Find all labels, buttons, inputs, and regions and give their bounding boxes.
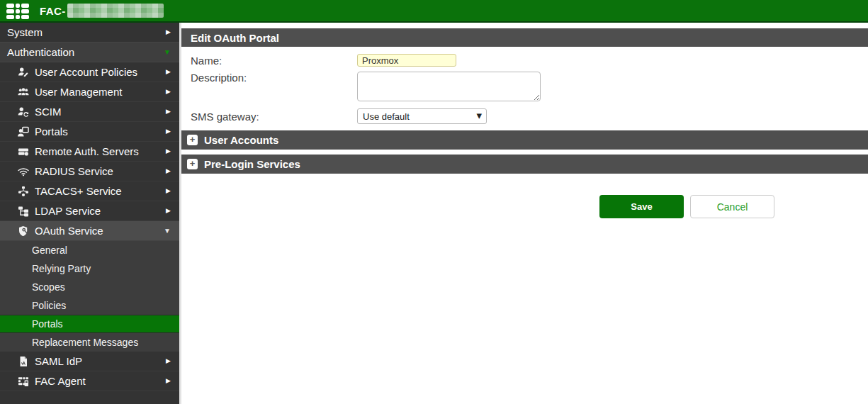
oauth-portal-form: Name: Description: SMS gateway: Use defa… bbox=[181, 54, 868, 124]
chevron-right-icon bbox=[166, 378, 171, 384]
sidebar-item-tacacs-service[interactable]: TACACS+ Service bbox=[0, 181, 179, 201]
sidebar-item-label: Remote Auth. Servers bbox=[35, 145, 166, 157]
sidebar-item-label: TACACS+ Service bbox=[35, 185, 166, 197]
chevron-right-icon bbox=[166, 208, 171, 214]
section-label: Pre-Login Services bbox=[204, 158, 300, 170]
sidebar-item-remote-auth-servers[interactable]: Remote Auth. Servers bbox=[0, 142, 179, 162]
expand-plus-icon[interactable] bbox=[187, 159, 198, 169]
sidebar-subitem-policies[interactable]: Policies bbox=[0, 296, 179, 315]
page-title: Edit OAuth Portal bbox=[191, 32, 279, 44]
section-user-accounts[interactable]: User Accounts bbox=[181, 130, 868, 150]
sidebar-subitem-portals[interactable]: Portals bbox=[0, 315, 179, 333]
name-label: Name: bbox=[191, 55, 357, 67]
sidebar-item-label: Relying Party bbox=[32, 263, 91, 274]
sidebar-item-label: OAuth Service bbox=[35, 225, 164, 237]
chevron-right-icon bbox=[166, 128, 171, 135]
chevron-right-icon bbox=[166, 148, 171, 155]
sidebar-item-label: SAML IdP bbox=[35, 355, 166, 367]
user-portal-icon bbox=[18, 126, 30, 138]
grid-agent-icon bbox=[18, 376, 30, 387]
user-policies-icon bbox=[18, 67, 30, 78]
sidebar-item-user-account-policies[interactable]: User Account Policies bbox=[0, 62, 179, 82]
sidebar-item-label: Authentication bbox=[7, 46, 164, 58]
sidebar-item-user-management[interactable]: User Management bbox=[0, 82, 179, 102]
section-label: User Accounts bbox=[204, 134, 278, 146]
users-icon bbox=[18, 86, 30, 98]
sidebar-item-label: Policies bbox=[32, 300, 66, 311]
chevron-right-icon bbox=[166, 89, 171, 95]
topbar: FAC- bbox=[0, 0, 868, 23]
name-row: Name: bbox=[191, 54, 868, 67]
sidebar-item-label: FAC Agent bbox=[35, 375, 166, 387]
chevron-right-icon bbox=[166, 29, 171, 35]
sidebar-item-label: User Management bbox=[35, 86, 166, 98]
main-content: Edit OAuth Portal Name: Description: SMS… bbox=[181, 23, 868, 404]
chevron-right-icon bbox=[166, 188, 171, 194]
shield-key-icon bbox=[18, 225, 30, 237]
sidebar-item-label: User Account Policies bbox=[35, 66, 166, 78]
description-textarea[interactable] bbox=[357, 72, 541, 101]
sidebar-item-label: Replacement Messages bbox=[32, 337, 138, 348]
description-label: Description: bbox=[191, 72, 357, 84]
sidebar-item-scim[interactable]: SCIM bbox=[0, 102, 179, 122]
sidebar-subitem-relying-party[interactable]: Relying Party bbox=[0, 259, 179, 278]
sidebar-subitem-replacement-messages[interactable]: Replacement Messages bbox=[0, 333, 179, 352]
save-button[interactable]: Save bbox=[599, 195, 684, 218]
chevron-down-icon bbox=[164, 228, 171, 235]
sidebar-item-portals[interactable]: Portals bbox=[0, 122, 179, 142]
sidebar-item-label: System bbox=[7, 26, 166, 38]
hierarchy-icon bbox=[18, 206, 30, 217]
expand-plus-icon[interactable] bbox=[187, 135, 198, 145]
sms-gateway-select-wrap: Use default bbox=[357, 108, 487, 124]
wifi-icon bbox=[18, 166, 30, 177]
sidebar-item-label: Portals bbox=[35, 125, 166, 138]
form-actions: Save Cancel bbox=[599, 195, 868, 218]
sidebar-item-label: Scopes bbox=[32, 281, 65, 293]
description-row: Description: bbox=[191, 72, 868, 101]
sidebar-item-authentication[interactable]: Authentication bbox=[0, 43, 179, 62]
page-title-bar: Edit OAuth Portal bbox=[181, 28, 868, 47]
sidebar-item-label: Portals bbox=[32, 318, 63, 330]
fortinet-logo-icon bbox=[6, 4, 29, 19]
chevron-right-icon bbox=[166, 358, 171, 364]
chevron-right-icon bbox=[166, 69, 171, 75]
chevron-right-icon bbox=[166, 108, 171, 115]
sidebar-subitem-scopes[interactable]: Scopes bbox=[0, 278, 179, 296]
user-sync-icon bbox=[18, 106, 30, 118]
section-pre-login-services[interactable]: Pre-Login Services bbox=[181, 155, 868, 174]
server-icon bbox=[18, 146, 30, 157]
sidebar-item-label: General bbox=[32, 245, 67, 256]
sidebar-filler bbox=[0, 391, 179, 397]
sms-gateway-select[interactable]: Use default bbox=[357, 108, 487, 124]
cancel-button[interactable]: Cancel bbox=[690, 195, 774, 218]
sidebar-item-oauth-service[interactable]: OAuth Service bbox=[0, 221, 179, 241]
sidebar-item-system[interactable]: System bbox=[0, 23, 179, 43]
sidebar-item-label: LDAP Service bbox=[35, 205, 166, 217]
sidebar-item-radius-service[interactable]: RADIUS Service bbox=[0, 162, 179, 181]
sms-gateway-label: SMS gateway: bbox=[191, 111, 357, 123]
sidebar-item-label: SCIM bbox=[35, 106, 166, 118]
sidebar-subitem-general[interactable]: General bbox=[0, 241, 179, 259]
sms-gateway-row: SMS gateway: Use default bbox=[191, 108, 868, 124]
sidebar-item-fac-agent[interactable]: FAC Agent bbox=[0, 371, 179, 391]
document-icon bbox=[18, 356, 30, 367]
chevron-right-icon bbox=[166, 168, 171, 174]
network-nodes-icon bbox=[18, 186, 30, 197]
sidebar-item-ldap-service[interactable]: LDAP Service bbox=[0, 201, 179, 221]
name-input[interactable] bbox=[357, 54, 456, 67]
sidebar-item-label: RADIUS Service bbox=[35, 165, 166, 177]
sidebar-item-saml-idp[interactable]: SAML IdP bbox=[0, 352, 179, 371]
chevron-down-icon bbox=[164, 49, 171, 56]
brand-title: FAC- bbox=[40, 5, 66, 17]
redacted-hostname bbox=[67, 4, 164, 18]
sidebar: System Authentication User Account Polic… bbox=[0, 23, 179, 404]
